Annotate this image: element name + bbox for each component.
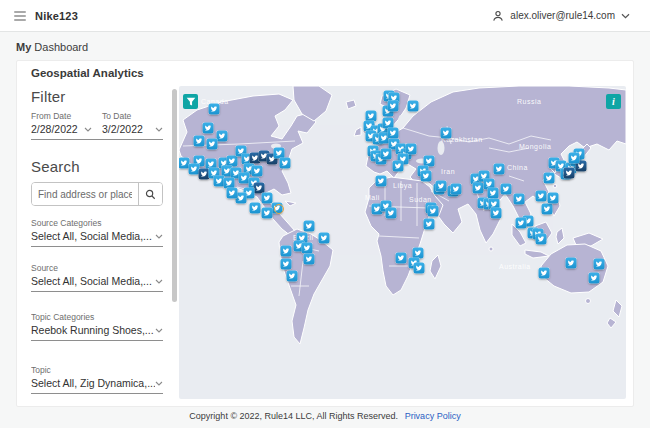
twitter-map-marker[interactable] <box>536 191 547 202</box>
to-date-field[interactable]: To Date 3/2/2022 <box>102 111 163 135</box>
chevron-down-icon <box>155 127 163 132</box>
search-icon <box>145 189 156 200</box>
twitter-map-marker[interactable] <box>421 171 432 182</box>
to-date-value: 3/2/2022 <box>102 123 143 135</box>
twitter-map-marker[interactable] <box>424 219 435 230</box>
page-title: Geospatial Analytics <box>31 67 144 79</box>
twitter-map-marker[interactable] <box>304 254 315 265</box>
topic-select[interactable]: Topic Select All, Zig Dynamica,... <box>31 365 163 394</box>
twitter-map-marker[interactable] <box>566 258 577 269</box>
twitter-map-marker[interactable] <box>536 234 547 245</box>
map-filter-button[interactable] <box>183 94 198 109</box>
breadcrumb[interactable]: My Dashboard <box>16 41 88 53</box>
search-button[interactable] <box>138 183 162 205</box>
hamburger-menu-icon[interactable] <box>14 11 26 21</box>
twitter-map-marker[interactable] <box>491 208 502 219</box>
privacy-policy-link[interactable]: Privacy Policy <box>405 411 461 421</box>
twitter-map-marker[interactable] <box>548 193 559 204</box>
twitter-map-marker[interactable] <box>381 149 392 160</box>
twitter-map-marker[interactable] <box>252 166 263 177</box>
map-info-button[interactable]: i <box>606 94 621 109</box>
chevron-down-icon <box>155 279 163 284</box>
filter-panel: Filter From Date 2/28/2022 To Date 3/2/2… <box>31 88 163 396</box>
twitter-map-marker[interactable] <box>539 268 550 279</box>
twitter-map-marker[interactable] <box>386 208 397 219</box>
twitter-map-marker[interactable] <box>488 188 499 199</box>
from-date-label: From Date <box>31 111 92 121</box>
twitter-map-marker[interactable] <box>207 139 218 150</box>
twitter-map-marker[interactable] <box>262 193 273 204</box>
top-bar: Nike123 alex.oliver@rule14.com <box>0 0 650 32</box>
filter-funnel-icon <box>186 97 196 107</box>
chevron-down-icon <box>621 13 630 19</box>
twitter-map-marker[interactable] <box>396 253 407 264</box>
twitter-map-marker[interactable] <box>194 136 205 147</box>
user-menu[interactable]: alex.oliver@rule14.com <box>492 10 636 22</box>
breadcrumb-bar: My Dashboard <box>0 33 650 60</box>
search-input[interactable] <box>32 183 138 205</box>
filter-heading: Filter <box>31 88 163 105</box>
twitter-map-marker[interactable] <box>501 184 512 195</box>
to-date-label: To Date <box>102 111 163 121</box>
twitter-map-marker[interactable] <box>281 259 292 270</box>
twitter-map-marker[interactable] <box>451 184 462 195</box>
from-date-value: 2/28/2022 <box>31 123 78 135</box>
chevron-down-icon <box>155 381 163 386</box>
divider <box>31 139 163 140</box>
twitter-map-marker[interactable] <box>281 246 292 257</box>
geospatial-analytics-card: Geospatial Analytics Filter From Date 2/… <box>16 60 634 407</box>
twitter-map-marker[interactable] <box>436 181 447 192</box>
user-email: alex.oliver@rule14.com <box>510 10 615 21</box>
twitter-map-marker[interactable] <box>203 123 214 134</box>
twitter-map-marker[interactable] <box>280 158 291 169</box>
twitter-map-marker[interactable] <box>408 101 419 112</box>
twitter-map-marker[interactable] <box>217 131 228 142</box>
twitter-map-marker[interactable] <box>414 263 425 274</box>
world-map[interactable]: CanadaRussiaKazakhstanMongoliaChinaIranL… <box>179 86 626 399</box>
twitter-map-marker[interactable] <box>319 233 330 244</box>
map-highlight-ring[interactable] <box>274 204 284 214</box>
address-search <box>31 182 163 206</box>
twitter-map-marker[interactable] <box>250 203 261 214</box>
chevron-down-icon <box>155 328 163 333</box>
twitter-map-marker[interactable] <box>388 101 399 112</box>
twitter-map-marker[interactable] <box>514 194 525 205</box>
twitter-map-marker[interactable] <box>262 208 273 219</box>
user-icon <box>492 10 504 22</box>
from-date-field[interactable]: From Date 2/28/2022 <box>31 111 92 135</box>
twitter-map-marker[interactable] <box>376 176 387 187</box>
copyright-text: Copyright © 2022, Rule14 LLC, All Rights… <box>189 411 398 421</box>
chevron-down-icon <box>155 234 163 239</box>
info-icon: i <box>612 96 615 107</box>
search-heading: Search <box>31 158 163 175</box>
twitter-map-marker[interactable] <box>302 243 313 254</box>
twitter-map-marker[interactable] <box>393 161 404 172</box>
twitter-map-marker[interactable] <box>441 128 452 139</box>
brand-title: Nike123 <box>35 10 78 22</box>
twitter-map-marker[interactable] <box>589 273 600 284</box>
twitter-map-marker[interactable] <box>287 271 298 282</box>
panel-scrollbar[interactable] <box>172 89 177 302</box>
twitter-map-marker[interactable] <box>544 173 555 184</box>
chevron-down-icon <box>84 127 92 132</box>
twitter-map-marker[interactable] <box>494 164 505 175</box>
twitter-map-marker[interactable] <box>473 183 484 194</box>
twitter-map-marker[interactable] <box>388 128 399 139</box>
twitter-map-marker[interactable] <box>227 188 238 199</box>
source-categories-select[interactable]: Source Categories Select All, Social Med… <box>31 218 163 247</box>
topic-categories-select[interactable]: Topic Categories Reebok Running Shoes,..… <box>31 312 163 341</box>
twitter-map-marker[interactable] <box>594 259 605 270</box>
source-select[interactable]: Source Select All, Social Media,... <box>31 263 163 292</box>
world-map-landmass <box>179 86 626 399</box>
twitter-map-marker[interactable] <box>304 221 315 232</box>
twitter-map-marker[interactable] <box>564 168 575 179</box>
footer: Copyright © 2022, Rule14 LLC, All Rights… <box>0 411 650 421</box>
twitter-map-marker[interactable] <box>209 104 220 115</box>
twitter-map-marker[interactable] <box>569 153 580 164</box>
twitter-map-marker[interactable] <box>542 204 553 215</box>
twitter-map-marker[interactable] <box>516 218 527 229</box>
twitter-map-marker[interactable] <box>428 206 439 217</box>
